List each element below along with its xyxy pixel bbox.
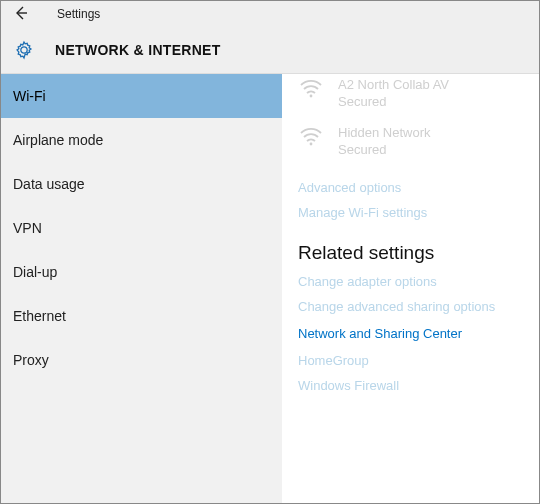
body: Wi-Fi Airplane mode Data usage VPN Dial-…: [1, 74, 539, 503]
link-change-advanced-sharing[interactable]: Change advanced sharing options: [298, 299, 539, 314]
link-advanced-options[interactable]: Advanced options: [298, 180, 539, 195]
network-status: Secured: [338, 93, 449, 110]
sidebar-item-proxy[interactable]: Proxy: [1, 338, 282, 382]
sidebar-item-vpn[interactable]: VPN: [1, 206, 282, 250]
network-status: Secured: [338, 141, 431, 158]
sidebar-item-ethernet[interactable]: Ethernet: [1, 294, 282, 338]
link-windows-firewall[interactable]: Windows Firewall: [298, 378, 539, 393]
content-pane: A2 North Collab AV Secured Hidden Networ…: [282, 74, 539, 503]
app-title: Settings: [57, 7, 100, 21]
sidebar-item-label: VPN: [13, 220, 42, 236]
gear-icon: [13, 39, 35, 61]
settings-window: Settings NETWORK & INTERNET Wi-Fi Airpla…: [0, 0, 540, 504]
sidebar-item-dial-up[interactable]: Dial-up: [1, 250, 282, 294]
wifi-signal-icon: [298, 124, 324, 146]
link-homegroup[interactable]: HomeGroup: [298, 353, 539, 368]
titlebar: Settings: [1, 1, 539, 27]
sidebar-item-label: Wi-Fi: [13, 88, 46, 104]
svg-point-1: [310, 143, 313, 146]
link-network-sharing-center[interactable]: Network and Sharing Center: [298, 326, 539, 341]
section-row: NETWORK & INTERNET: [1, 27, 539, 73]
network-text: Hidden Network Secured: [338, 124, 431, 158]
network-name: A2 North Collab AV: [338, 76, 449, 93]
network-name: Hidden Network: [338, 124, 431, 141]
back-button[interactable]: [9, 2, 33, 26]
link-manage-wifi-settings[interactable]: Manage Wi-Fi settings: [298, 205, 539, 220]
sidebar-item-wifi[interactable]: Wi-Fi: [1, 74, 282, 118]
sidebar-item-data-usage[interactable]: Data usage: [1, 162, 282, 206]
network-text: A2 North Collab AV Secured: [338, 76, 449, 110]
network-item[interactable]: A2 North Collab AV Secured: [298, 76, 539, 122]
related-settings-heading: Related settings: [298, 242, 539, 264]
sidebar-item-airplane-mode[interactable]: Airplane mode: [1, 118, 282, 162]
header: Settings NETWORK & INTERNET: [1, 1, 539, 74]
sidebar-item-label: Ethernet: [13, 308, 66, 324]
svg-point-0: [310, 95, 313, 98]
sidebar-item-label: Data usage: [13, 176, 85, 192]
section-title: NETWORK & INTERNET: [55, 42, 221, 58]
wifi-signal-icon: [298, 76, 324, 98]
sidebar-item-label: Dial-up: [13, 264, 57, 280]
link-change-adapter-options[interactable]: Change adapter options: [298, 274, 539, 289]
network-item[interactable]: Hidden Network Secured: [298, 124, 539, 170]
sidebar: Wi-Fi Airplane mode Data usage VPN Dial-…: [1, 74, 282, 503]
back-arrow-icon: [13, 5, 29, 24]
sidebar-item-label: Proxy: [13, 352, 49, 368]
sidebar-item-label: Airplane mode: [13, 132, 103, 148]
